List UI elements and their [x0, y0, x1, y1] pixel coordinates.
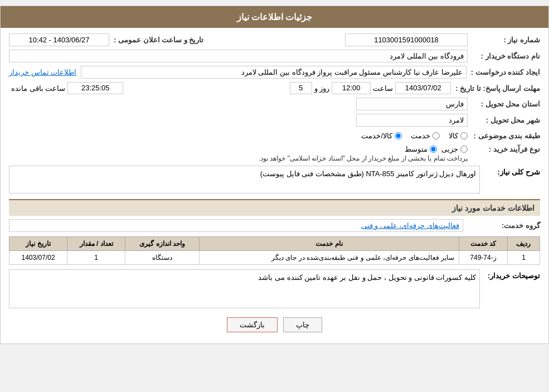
row-mohlatErsal: مهلت ارسال پاسخ: تا تاریخ : 1403/07/02 س… [9, 82, 540, 94]
content-area: شماره نیاز : 1103001591000018 تاریخ و سا… [1, 28, 548, 343]
btn-back[interactable]: بازگشت [227, 317, 278, 332]
row-tabaqeh: طبقه بندی موضوعی : کالا خدمت کالا/خدمت [9, 130, 540, 142]
row-grouhKhedmat: گروه خدمت: فعالیت‌های حرفه‌ای، علمی و فن… [9, 219, 540, 232]
radio-mottaset[interactable]: متوسط [405, 145, 437, 153]
label-tosihKharidar: توصیحات خریدار: [484, 269, 540, 280]
row-noeFarayand: نوع فرآیند خرید : جزیی متوسط پرداخت تمام… [9, 145, 540, 162]
cell-vahed: دستگاه [125, 251, 200, 265]
row-ostan: استان محل تحویل : فارس [9, 98, 540, 110]
value-ostan: فارس [356, 98, 468, 110]
row-shahr: شهر محل تحویل : لامرد [9, 114, 540, 127]
radio-khedmat-input[interactable] [433, 132, 440, 139]
value-ijadKonande: علیرضا عارف نیا کارشناس مسئول مراقبت پرو… [81, 66, 467, 79]
th-vahed: واحد اندازه گیری [125, 237, 200, 251]
farayand-container: جزیی متوسط پرداخت تمام یا بخشی از مبلغ خ… [9, 145, 468, 162]
value-saat: 12:00 [332, 82, 371, 94]
th-nam: نام خدمت [200, 237, 459, 251]
label-saat: ساعت [371, 84, 395, 93]
value-shahr: لامرد [356, 114, 468, 127]
label-baghimandeh: ساعت باقی مانده [9, 84, 67, 93]
radio-jozii[interactable]: جزیی [441, 145, 468, 153]
btn-print[interactable]: چاپ [283, 317, 322, 332]
label-mohlatErsal: مهلت ارسال پاسخ: تا تاریخ : [451, 84, 540, 93]
label-sharhKoli: شرح کلی نیاز: [484, 166, 540, 176]
radio-kala-khedmat[interactable]: کالا/خدمت [361, 132, 402, 140]
th-tedaad: تعداد / مقدار [67, 237, 125, 251]
radio-jozii-label: جزیی [441, 145, 458, 153]
row-ijadKonande: ایجاد کننده درخواست : علیرضا عارف نیا کا… [9, 66, 540, 79]
farayand-desc: پرداخت تمام یا بخشی از مبلغ خریدار از مح… [9, 154, 468, 162]
page-header: جزئیات اطلاعات نیاز [1, 6, 548, 28]
page-wrapper: جزئیات اطلاعات نیاز شماره نیاز : 1103001… [0, 6, 549, 344]
radio-kala-khedmat-input[interactable] [395, 132, 402, 139]
radio-kala-label: کالا [449, 132, 458, 140]
process-radio-group: جزیی متوسط [9, 145, 468, 153]
radio-jozii-input[interactable] [460, 146, 468, 153]
cell-kod: ز-74-749 [459, 251, 508, 265]
radio-mottaset-label: متوسط [405, 145, 427, 153]
page-title: جزئیات اطلاعات نیاز [237, 12, 313, 22]
radio-kala[interactable]: کالا [449, 132, 468, 140]
cell-tarikh: 1403/07/02 [9, 251, 67, 265]
label-namDastgah: نام دستگاه خریدار : [468, 52, 540, 60]
textarea-sharhKoli[interactable] [9, 166, 480, 193]
services-table: ردیف کد خدمت نام خدمت واحد اندازه گیری ت… [9, 236, 540, 265]
sharh-koli-section: شرح کلی نیاز: [9, 166, 540, 193]
table-header-row: ردیف کد خدمت نام خدمت واحد اندازه گیری ت… [9, 237, 540, 251]
value-rooz: 5 [290, 82, 312, 94]
cell-radif: 1 [507, 251, 540, 265]
button-row: چاپ بازگشت [9, 317, 540, 332]
radio-kala-input[interactable] [460, 132, 468, 139]
row-shomareNiaz: شماره نیاز : 1103001591000018 تاریخ و سا… [9, 33, 540, 46]
table-row: 1 ز-74-749 سایر فعالیت‌های حرفه‌ای، علمی… [9, 251, 540, 265]
radio-mottaset-input[interactable] [430, 146, 437, 153]
cell-nam: سایر فعالیت‌های حرفه‌ای، علمی و فنی طبقه… [200, 251, 459, 265]
textarea-tosihKharidar[interactable] [9, 269, 480, 308]
th-kod: کد خدمت [459, 237, 508, 251]
label-ostan: استان محل تحویل : [468, 100, 540, 108]
radio-khedmat[interactable]: خدمت [411, 132, 440, 140]
value-grouhKhedmat[interactable]: فعالیت‌های حرفه‌ای، علمی و فنی [9, 219, 463, 232]
cell-tedaad: 1 [67, 251, 125, 265]
value-shomareNiaz: 1103001591000018 [345, 33, 468, 46]
radio-kala-khedmat-label: کالا/خدمت [361, 132, 392, 140]
link-ettelaat[interactable]: اطلاعات تماس خریدار [9, 68, 76, 76]
value-tarikh: 1403/07/02 [395, 82, 451, 94]
tabaqeh-radio-group: کالا خدمت کالا/خدمت [361, 130, 468, 142]
label-noeFarayand: نوع فرآیند خرید : [468, 145, 540, 153]
th-radif: ردیف [507, 237, 540, 251]
value-tarikhAelan: 1403/06/27 - 10:42 [9, 33, 109, 46]
row-namDastgah: نام دستگاه خریدار : فرودگاه بین المللی ل… [9, 50, 540, 62]
radio-khedmat-label: خدمت [411, 132, 430, 140]
th-tarikh: تاریخ نیاز [9, 237, 67, 251]
value-baghimandeh: 23:25:05 [67, 82, 123, 94]
label-tabaqeh: طبقه بندی موضوعی : [468, 132, 540, 140]
label-rooz: روز و [312, 84, 332, 93]
tosih-section: توصیحات خریدار: [9, 269, 540, 308]
value-namDastgah: فرودگاه بین المللی لامرد [9, 50, 468, 62]
label-ijadKonande: ایجاد کننده درخواست : [467, 68, 540, 76]
section-header-service: اطلاعات خدمات مورد نیاز [9, 199, 540, 216]
label-tarikhAelan: تاریخ و ساعت اعلان عمومی : [109, 36, 203, 44]
label-shomareNiaz: شماره نیاز : [468, 36, 540, 44]
label-grouhKhedmat: گروه خدمت: [468, 221, 540, 230]
label-shahr: شهر محل تحویل : [468, 116, 540, 124]
